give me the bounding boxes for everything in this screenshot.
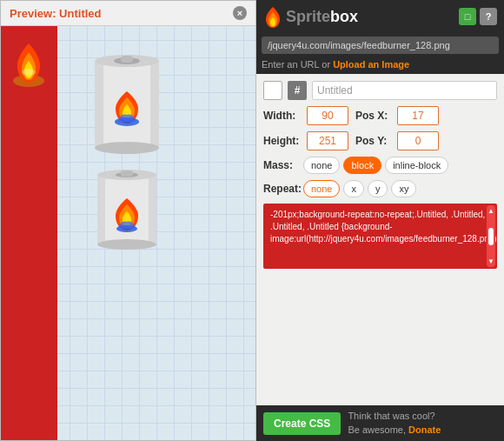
- preview-title: Preview: Untitled: [10, 7, 102, 20]
- can-container: [88, 52, 166, 251]
- repeat-label: Repeat:: [263, 183, 300, 195]
- height-row: Height: Pos Y:: [263, 131, 497, 150]
- mass-none-btn[interactable]: none: [303, 157, 340, 174]
- minimize-icon[interactable]: □: [459, 8, 476, 25]
- logo: Spritebox: [263, 5, 358, 28]
- url-bar[interactable]: /jquery4u.com/images/feedburner_128.png: [262, 37, 499, 54]
- repeat-row: Repeat: none x y xy: [263, 180, 497, 197]
- preview-label: Preview:: [10, 7, 56, 20]
- think-text: Think that was cool?: [348, 410, 441, 423]
- svg-rect-9: [121, 56, 133, 63]
- posx-label: Pos X:: [355, 110, 390, 122]
- css-text: -201px;background-repeat:no-repeat;.Unti…: [270, 210, 497, 244]
- be-awesome-text: Be awesome, Donate: [348, 424, 441, 437]
- color-swatch[interactable]: [263, 81, 282, 100]
- help-icon[interactable]: ?: [480, 8, 497, 25]
- posy-input[interactable]: [397, 131, 439, 150]
- bottom-bar: Create CSS Think that was cool? Be aweso…: [256, 405, 504, 441]
- repeat-none-btn[interactable]: none: [303, 180, 340, 197]
- height-input[interactable]: [307, 131, 348, 150]
- svg-rect-11: [97, 175, 105, 244]
- svg-rect-3: [95, 61, 103, 148]
- upload-row: Enter an URL or Upload an Image: [256, 57, 504, 74]
- svg-point-1: [22, 69, 36, 76]
- repeat-xy-btn[interactable]: xy: [391, 180, 416, 197]
- hash-button[interactable]: #: [288, 81, 307, 100]
- preview-filename: Untitled: [59, 7, 101, 20]
- create-css-button[interactable]: Create CSS: [263, 412, 341, 435]
- mass-inline-block-btn[interactable]: inline-block: [385, 157, 448, 174]
- can-bottom: [92, 168, 162, 251]
- scroll-up-arrow[interactable]: ▲: [487, 206, 494, 216]
- svg-point-14: [97, 239, 156, 250]
- form-section: # Width: Pos X: Height: Pos Y: Mass: non…: [256, 74, 504, 405]
- upload-link[interactable]: Upload an Image: [333, 59, 409, 70]
- left-panel: Preview: Untitled ×: [0, 0, 256, 441]
- upload-text: Enter an URL or: [262, 59, 330, 70]
- name-row: #: [263, 81, 497, 100]
- can-top: [88, 52, 166, 155]
- donate-text: Think that was cool? Be awesome, Donate: [348, 410, 441, 437]
- repeat-x-btn[interactable]: x: [343, 180, 364, 197]
- svg-rect-4: [150, 61, 159, 148]
- name-input[interactable]: [312, 81, 497, 100]
- repeat-y-btn[interactable]: y: [368, 180, 388, 197]
- red-sidebar: [1, 26, 57, 440]
- width-row: Width: Pos X:: [263, 106, 497, 125]
- scroll-down-arrow[interactable]: ▼: [487, 257, 494, 266]
- logo-text: Spritebox: [286, 8, 358, 26]
- logo-flame-icon: [263, 5, 282, 28]
- scroll-thumb[interactable]: [488, 228, 494, 245]
- posy-label: Pos Y:: [355, 135, 390, 147]
- css-output: -201px;background-repeat:no-repeat;.Unti…: [263, 204, 497, 269]
- app-header: Spritebox □ ?: [256, 0, 504, 33]
- posx-input[interactable]: [397, 106, 439, 125]
- flame-icon-small: [10, 39, 49, 87]
- height-label: Height:: [263, 135, 300, 147]
- mass-row: Mass: none block inline-block: [263, 157, 497, 174]
- svg-rect-12: [149, 175, 156, 244]
- donate-link[interactable]: Donate: [408, 424, 441, 435]
- mass-block-btn[interactable]: block: [343, 157, 381, 174]
- header-icons: □ ?: [459, 8, 497, 25]
- logo-box: box: [330, 8, 358, 25]
- preview-header: Preview: Untitled ×: [1, 1, 255, 26]
- svg-rect-17: [121, 170, 133, 177]
- right-panel: Spritebox □ ? /jquery4u.com/images/feedb…: [256, 0, 504, 441]
- preview-area: [1, 26, 255, 440]
- logo-sprite: Sprite: [286, 8, 330, 25]
- svg-point-6: [95, 142, 159, 154]
- css-scrollbar[interactable]: ▲ ▼: [487, 205, 495, 267]
- mass-label: Mass:: [263, 159, 300, 171]
- width-label: Width:: [263, 110, 300, 122]
- close-button[interactable]: ×: [233, 6, 247, 20]
- width-input[interactable]: [307, 106, 348, 125]
